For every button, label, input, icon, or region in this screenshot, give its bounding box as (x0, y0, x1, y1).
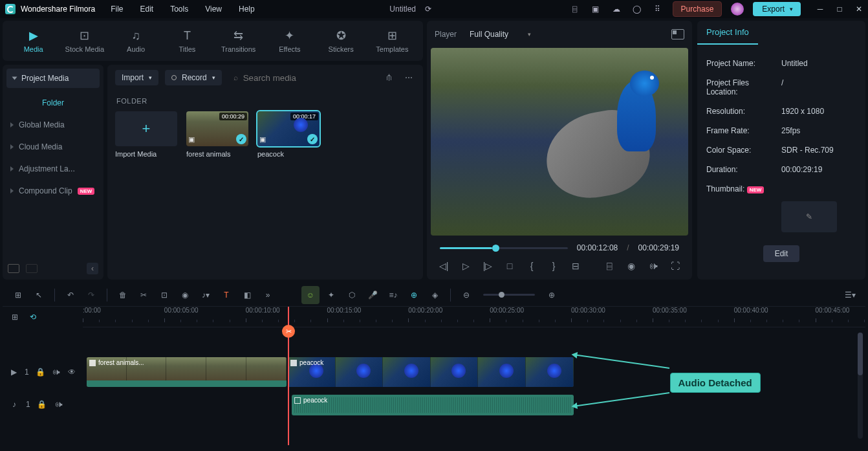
next-frame-button[interactable]: |▷ (483, 260, 493, 272)
stop-button[interactable]: □ (505, 260, 515, 272)
close-button[interactable]: ✕ (855, 5, 863, 13)
speed-button[interactable]: ◉ (176, 286, 194, 304)
headset-icon[interactable]: ◯ (631, 3, 643, 15)
sidebar-item-global-media[interactable]: Global Media (3, 114, 103, 136)
sidebar-item-compound-clip[interactable]: Compound ClipNEW (3, 180, 103, 202)
tab-stock-media[interactable]: ⊡Stock Media (61, 25, 107, 57)
menu-view[interactable]: View (205, 5, 222, 14)
effect-button[interactable]: ✦ (322, 286, 340, 304)
video-clip-peacock[interactable]: peacock (288, 357, 574, 387)
quality-dropdown[interactable]: Full Quality▾ (464, 27, 536, 41)
ratio-button[interactable]: ⊟ (570, 260, 581, 272)
voiceover-button[interactable]: 🎤 (363, 286, 382, 304)
visibility-icon[interactable]: 👁 (67, 367, 76, 377)
export-button[interactable]: Export ▾ (753, 2, 801, 16)
collapse-sidebar-button[interactable]: ‹ (87, 263, 98, 274)
import-dropdown[interactable]: Import▾ (115, 70, 158, 85)
tracks-button[interactable]: ⊞ (9, 311, 21, 323)
mute-icon[interactable]: 🕪 (52, 367, 61, 377)
lock-icon[interactable]: 🔒 (37, 399, 47, 410)
timeline-scrollbar[interactable] (858, 333, 863, 439)
audio-track-lane[interactable]: peacock (83, 390, 865, 422)
text-tool-button[interactable]: T (217, 286, 235, 304)
timeline-tracks[interactable]: :00:0000:00:05:0000:00:10:0000:00:15:000… (83, 307, 865, 445)
cursor-tool-button[interactable]: ↖ (30, 286, 48, 304)
tab-stickers[interactable]: ✪Stickers (318, 25, 364, 57)
audio-clip-peacock[interactable]: peacock (292, 395, 574, 415)
project-info-tab[interactable]: Project Info (697, 21, 758, 45)
mark-out-button[interactable]: } (548, 260, 559, 272)
lock-icon[interactable]: 🔒 (36, 367, 45, 377)
import-media-card[interactable]: + Import Media (115, 111, 177, 158)
undo-button[interactable]: ↶ (61, 286, 80, 304)
link-button[interactable]: ⟲ (27, 311, 39, 323)
playhead-handle-icon[interactable]: ✂ (282, 325, 295, 338)
sidebar-item-cloud-media[interactable]: Cloud Media (3, 136, 103, 158)
device-icon[interactable]: ⌸ (569, 3, 581, 15)
snapshot-icon[interactable] (671, 29, 684, 39)
audio-track-header[interactable]: ♪ 1 🔒 🕪 (3, 388, 83, 421)
filter-button[interactable]: ⫛ (383, 71, 396, 84)
preview-viewport[interactable] (431, 48, 688, 236)
tab-effects[interactable]: ✦Effects (266, 25, 312, 57)
mute-icon[interactable]: 🕪 (54, 399, 64, 410)
prev-frame-button[interactable]: ◁| (439, 260, 449, 272)
track-options-button[interactable]: ⊞ (9, 286, 27, 304)
color-button[interactable]: ◧ (238, 286, 256, 304)
new-folder-icon[interactable] (8, 264, 19, 273)
snapshot-button[interactable]: ◉ (626, 260, 636, 272)
tab-transitions[interactable]: ⇆Transitions (215, 25, 261, 57)
menu-help[interactable]: Help (239, 5, 255, 14)
video-clip-forest[interactable]: forest animals... (87, 357, 287, 387)
tab-audio[interactable]: ♫Audio (113, 25, 159, 57)
more-tools-button[interactable]: » (259, 286, 277, 304)
new-bin-icon[interactable] (26, 264, 38, 273)
split-button[interactable]: ✂ (135, 286, 153, 304)
redo-button[interactable]: ↷ (82, 286, 100, 304)
tab-titles[interactable]: TTitles (164, 25, 210, 57)
volume-button[interactable]: 🕪 (648, 260, 658, 272)
delete-button[interactable]: 🗑 (114, 286, 132, 304)
media-card-forest[interactable]: 00:00:29 ▣ ✓ forest animals (186, 111, 248, 158)
tab-media[interactable]: ▶Media (10, 25, 56, 57)
save-icon[interactable]: ▣ (590, 3, 602, 15)
zoom-out-button[interactable]: ⊖ (457, 286, 475, 304)
more-button[interactable]: ⋯ (402, 71, 415, 84)
menu-file[interactable]: File (111, 5, 123, 14)
purchase-button[interactable]: Purchase (673, 1, 722, 17)
sidebar-item-adjustment-layer[interactable]: Adjustment La... (3, 158, 103, 180)
list-view-button[interactable]: ☰▾ (841, 286, 859, 304)
playhead[interactable]: ✂ (288, 307, 289, 445)
menu-tools[interactable]: Tools (170, 5, 188, 14)
sync-icon[interactable]: ⟳ (422, 3, 434, 15)
video-track-header[interactable]: ▶ 1 🔒 🕪 👁 (3, 356, 83, 388)
scrub-bar[interactable] (440, 247, 568, 249)
zoom-in-button[interactable]: ⊕ (543, 286, 561, 304)
menu-edit[interactable]: Edit (140, 5, 154, 14)
minimize-button[interactable]: ─ (816, 5, 824, 13)
audio-tool-button[interactable]: ♪▾ (197, 286, 215, 304)
fullscreen-button[interactable]: ⛶ (670, 260, 680, 272)
marker-button[interactable]: ⬡ (343, 286, 361, 304)
thumbnail-edit-box[interactable]: ✎ (781, 201, 837, 232)
maximize-button[interactable]: □ (836, 5, 843, 13)
timeline-ruler[interactable]: :00:0000:00:05:0000:00:10:0000:00:15:000… (83, 307, 865, 327)
magnet-button[interactable]: ⊕ (405, 286, 423, 304)
folder-tab[interactable]: Folder (3, 92, 103, 114)
ai-button[interactable]: ☺ (301, 286, 320, 304)
play-button[interactable]: ▷ (461, 260, 471, 272)
apps-icon[interactable]: ⠿ (652, 3, 664, 15)
tab-templates[interactable]: ⊞Templates (369, 25, 415, 57)
edit-button[interactable]: Edit (763, 245, 800, 262)
record-dropdown[interactable]: Record▾ (165, 70, 222, 85)
zoom-slider[interactable] (483, 294, 535, 296)
mark-in-button[interactable]: { (526, 260, 537, 272)
keyframe-button[interactable]: ◈ (426, 286, 444, 304)
avatar[interactable] (731, 3, 744, 16)
mixer-button[interactable]: ≡♪ (384, 286, 402, 304)
crop-button[interactable]: ⊡ (155, 286, 173, 304)
cloud-icon[interactable]: ☁ (611, 3, 622, 15)
media-card-peacock[interactable]: 00:00:17 ▣ ✓ peacock (257, 111, 320, 158)
project-media-button[interactable]: Project Media (6, 69, 100, 88)
search-input[interactable] (243, 73, 371, 83)
